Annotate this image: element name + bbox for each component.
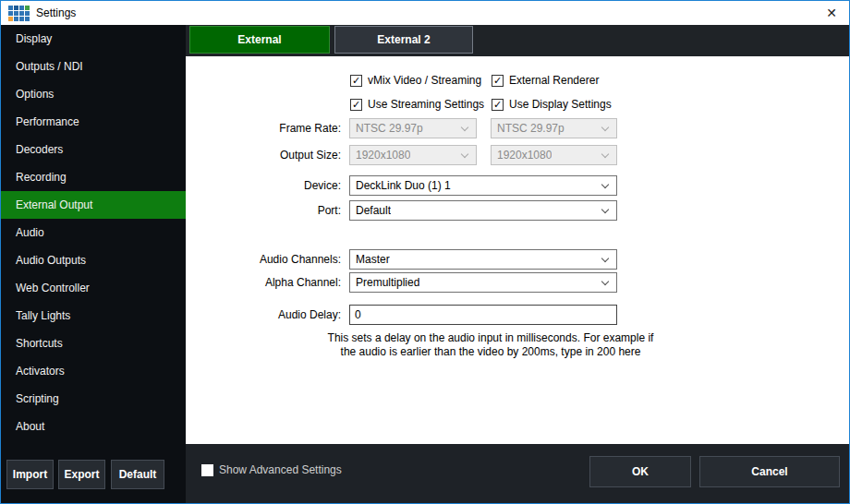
ok-button[interactable]: OK	[589, 456, 691, 487]
chevron-down-icon	[601, 255, 609, 262]
cancel-button[interactable]: Cancel	[699, 456, 840, 487]
sidebar-item-audio-outputs[interactable]: Audio Outputs	[1, 246, 186, 274]
audio-delay-input[interactable]	[349, 305, 617, 325]
import-button[interactable]: Import	[6, 460, 54, 489]
sidebar-item-scripting[interactable]: Scripting	[1, 385, 186, 413]
sidebar-item-performance[interactable]: Performance	[1, 108, 186, 136]
checkbox-checked-icon	[492, 99, 504, 111]
checkbox-checked-icon	[350, 75, 362, 87]
tab-bar: External External 2	[186, 25, 849, 56]
alpha-channel-label: Alpha Channel:	[186, 276, 341, 289]
port-label: Port:	[186, 204, 341, 217]
chevron-down-icon	[601, 181, 609, 188]
alpha-channel-select[interactable]: Premultiplied	[349, 272, 617, 293]
audio-delay-help-text: This sets a delay on the audio input in …	[324, 331, 657, 359]
chevron-down-icon	[601, 150, 609, 158]
tab-external-2[interactable]: External 2	[334, 26, 473, 54]
sidebar-item-options[interactable]: Options	[1, 80, 186, 108]
external-output-form: vMix Video / Streaming External Renderer…	[186, 56, 849, 444]
chevron-down-icon	[601, 206, 609, 213]
sidebar-item-web-controller[interactable]: Web Controller	[1, 274, 186, 302]
audio-delay-label: Audio Delay:	[186, 308, 341, 321]
tab-external[interactable]: External	[189, 26, 330, 54]
content-panel: External External 2 vMix Video / Streami…	[186, 25, 849, 503]
sidebar-item-audio[interactable]: Audio	[1, 219, 186, 246]
sidebar-item-outputs-ndi[interactable]: Outputs / NDI	[1, 53, 186, 80]
sidebar-item-shortcuts[interactable]: Shortcuts	[1, 330, 186, 357]
sidebar-item-about[interactable]: About	[1, 413, 186, 440]
checkbox-checked-icon	[492, 75, 504, 87]
window-title: Settings	[36, 6, 76, 19]
sidebar-item-display[interactable]: Display	[1, 25, 186, 53]
vmix-video-streaming-checkbox[interactable]: vMix Video / Streaming	[350, 74, 481, 87]
output-size-label: Output Size:	[186, 149, 341, 162]
vmix-logo-icon	[8, 6, 30, 21]
sidebar-item-activators[interactable]: Activators	[1, 357, 186, 385]
frame-rate-label: Frame Rate:	[186, 122, 341, 135]
frame-rate-select-1[interactable]: NTSC 29.97p	[349, 118, 477, 138]
chevron-down-icon	[601, 278, 609, 285]
show-advanced-settings-checkbox[interactable]: Show Advanced Settings	[201, 463, 342, 476]
settings-window: Settings ✕ Display Outputs / NDI Options…	[0, 0, 850, 504]
titlebar: Settings ✕	[1, 1, 849, 25]
audio-channels-select[interactable]: Master	[349, 249, 617, 270]
default-button[interactable]: Default	[111, 460, 164, 489]
device-label: Device:	[186, 179, 341, 192]
export-button[interactable]: Export	[58, 460, 105, 489]
close-icon[interactable]: ✕	[821, 3, 842, 23]
external-renderer-checkbox[interactable]: External Renderer	[492, 74, 599, 87]
checkbox-unchecked-icon	[201, 464, 213, 476]
chevron-down-icon	[461, 150, 468, 158]
output-size-select-1[interactable]: 1920x1080	[349, 145, 477, 165]
chevron-down-icon	[601, 124, 609, 131]
sidebar-item-external-output[interactable]: External Output	[1, 191, 186, 219]
frame-rate-select-2[interactable]: NTSC 29.97p	[491, 118, 617, 138]
sidebar-item-decoders[interactable]: Decoders	[1, 136, 186, 163]
port-select[interactable]: Default	[349, 200, 617, 221]
sidebar-item-tally-lights[interactable]: Tally Lights	[1, 302, 186, 330]
device-select[interactable]: DeckLink Duo (1) 1	[349, 175, 617, 196]
chevron-down-icon	[461, 124, 468, 131]
use-streaming-settings-checkbox[interactable]: Use Streaming Settings	[350, 98, 484, 111]
use-display-settings-checkbox[interactable]: Use Display Settings	[492, 98, 612, 111]
audio-channels-label: Audio Channels:	[186, 253, 341, 266]
footer-bar: Show Advanced Settings OK Cancel	[186, 444, 849, 503]
output-size-select-2[interactable]: 1920x1080	[491, 145, 617, 165]
sidebar: Display Outputs / NDI Options Performanc…	[1, 25, 186, 503]
sidebar-item-recording[interactable]: Recording	[1, 163, 186, 191]
checkbox-checked-icon	[350, 99, 362, 111]
